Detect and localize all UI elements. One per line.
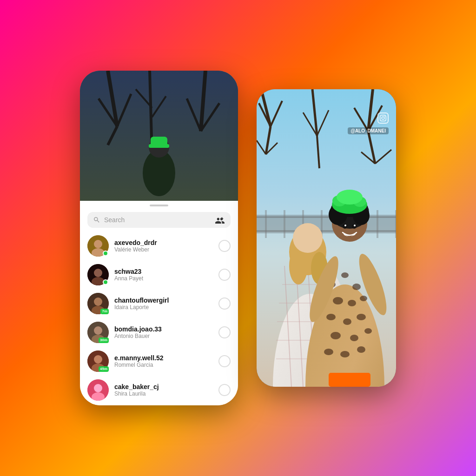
contact-real-name: Antonio Bauer (114, 333, 213, 339)
contact-info: cake_baker_cj Shira Laurila (114, 383, 213, 397)
svg-point-34 (94, 384, 102, 392)
avatar-image (87, 379, 109, 401)
contact-real-name: Anna Payet (114, 275, 213, 282)
contact-username: bomdia.joao.33 (114, 325, 213, 333)
contact-info: bomdia.joao.33 Antonio Bauer (114, 325, 213, 339)
contact-username: schwa23 (114, 268, 213, 275)
avatar (87, 235, 109, 257)
avatar: 30m (87, 322, 109, 343)
right-phone: @ALO_DMANEI (257, 89, 396, 387)
contact-username: axevedo_drdr (114, 239, 213, 246)
svg-point-97 (324, 349, 333, 355)
svg-point-93 (357, 314, 366, 320)
search-bar[interactable]: Search (87, 212, 231, 228)
avatar (87, 379, 109, 401)
list-item[interactable]: kalindi_rainbows (80, 404, 238, 405)
contact-info: axevedo_drdr Valérie Weber (114, 239, 213, 253)
select-circle[interactable] (218, 269, 231, 281)
svg-point-98 (340, 351, 350, 357)
svg-point-28 (94, 326, 102, 335)
contact-username: e.manny.well.52 (114, 354, 213, 362)
svg-point-99 (357, 346, 365, 353)
contact-info: chantouflowergirl Idaira Laporte (114, 297, 213, 311)
svg-point-25 (94, 298, 102, 306)
svg-point-88 (333, 297, 343, 304)
svg-point-22 (94, 269, 102, 277)
contact-info: e.manny.well.52 Rommel Garcia (114, 354, 213, 368)
svg-point-108 (337, 190, 363, 205)
svg-point-87 (352, 284, 361, 290)
search-input-label: Search (104, 216, 211, 224)
svg-point-94 (331, 332, 341, 339)
contact-list: axevedo_drdr Valérie Weber (80, 231, 238, 405)
video-area: 9:52 ▌▌▌ Reels (80, 71, 238, 201)
instagram-icon (377, 112, 389, 124)
svg-point-111 (344, 225, 346, 226)
svg-point-19 (94, 240, 102, 248)
reel-content: @ALO_DMANEI (257, 89, 396, 387)
svg-point-91 (326, 314, 336, 320)
online-status (103, 251, 108, 256)
select-circle[interactable] (218, 298, 231, 310)
select-circle[interactable] (218, 326, 231, 338)
search-icon (93, 216, 100, 224)
contact-username: chantouflowergirl (114, 297, 213, 304)
avatar: 45m (87, 350, 109, 372)
contact-real-name: Valérie Weber (114, 246, 213, 253)
svg-point-89 (348, 300, 356, 306)
list-item[interactable]: 45m e.manny.well.52 Rommel Garcia (80, 347, 238, 376)
contact-real-name: Shira Laurila (114, 390, 213, 397)
svg-rect-115 (329, 373, 370, 387)
online-status (103, 279, 108, 285)
svg-point-80 (289, 247, 308, 284)
select-circle[interactable] (218, 240, 231, 252)
svg-point-86 (341, 272, 349, 278)
drag-handle[interactable] (150, 205, 168, 206)
select-circle[interactable] (218, 384, 231, 396)
group-add-icon[interactable] (215, 216, 225, 224)
svg-point-96 (364, 328, 372, 334)
list-item[interactable]: 7m chantouflowergirl Idaira Laporte (80, 289, 238, 318)
contact-real-name: Idaira Laporte (114, 304, 213, 311)
select-circle[interactable] (218, 355, 231, 367)
svg-point-90 (360, 296, 367, 301)
username-tag: @ALO_DMANEI (348, 127, 389, 134)
contact-username: cake_baker_cj (114, 383, 213, 390)
avatar (87, 264, 109, 285)
svg-point-95 (350, 335, 358, 341)
svg-rect-17 (149, 144, 169, 148)
list-item[interactable]: schwa23 Anna Payet (80, 260, 238, 289)
contact-info: schwa23 Anna Payet (114, 268, 213, 282)
list-item[interactable]: 30m bomdia.joao.33 Antonio Bauer (80, 318, 238, 347)
time-badge: 45m (99, 366, 109, 372)
share-panel: Search (80, 201, 238, 405)
list-item[interactable]: axevedo_drdr Valérie Weber (80, 231, 238, 260)
time-badge: 7m (100, 309, 109, 314)
svg-point-112 (354, 225, 356, 226)
svg-point-31 (94, 355, 102, 364)
contact-real-name: Rommel Garcia (114, 362, 213, 368)
left-phone: 9:52 ▌▌▌ Reels (80, 71, 238, 405)
svg-point-82 (293, 223, 323, 253)
time-badge: 30m (99, 337, 109, 343)
svg-point-92 (343, 318, 351, 325)
avatar: 7m (87, 293, 109, 314)
list-item[interactable]: cake_baker_cj Shira Laurila (80, 376, 238, 404)
